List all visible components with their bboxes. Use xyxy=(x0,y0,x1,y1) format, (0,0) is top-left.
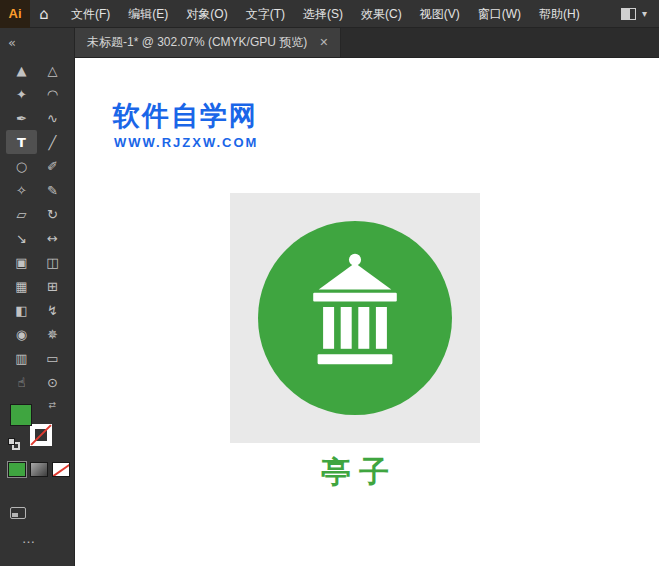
menu-bar: Ai ⌂ 文件(F) 编辑(E) 对象(O) 文字(T) 选择(S) 效果(C)… xyxy=(0,0,659,28)
site-url-text[interactable]: WWW.RJZXW.COM xyxy=(114,135,258,150)
eraser-tool[interactable]: ▱ xyxy=(6,202,37,226)
gradient-button[interactable] xyxy=(30,462,48,477)
chevron-down-icon: ▾ xyxy=(642,8,647,19)
default-fill-stroke-icon[interactable] xyxy=(8,438,20,450)
menu-help[interactable]: 帮助(H) xyxy=(530,0,589,28)
logo-circle[interactable] xyxy=(258,221,452,415)
pen-tool[interactable]: ✒ xyxy=(6,106,37,130)
menu-select[interactable]: 选择(S) xyxy=(294,0,352,28)
stroke-swatch[interactable] xyxy=(30,424,52,446)
artboard-canvas[interactable]: 软件自学网 WWW.RJZXW.COM xyxy=(75,58,659,566)
scale-tool[interactable]: ↘ xyxy=(6,226,37,250)
symbol-sprayer-tool[interactable]: ✵ xyxy=(37,322,68,346)
workspace-switcher[interactable]: ▾ xyxy=(609,8,659,20)
screen-mode-icon[interactable] xyxy=(10,507,26,519)
gradient-tool[interactable]: ◧ xyxy=(6,298,37,322)
app-logo[interactable]: Ai xyxy=(0,0,30,28)
ellipse-tool[interactable]: ○ xyxy=(6,154,37,178)
document-tab[interactable]: 未标题-1* @ 302.07% (CMYK/GPU 预览) ✕ xyxy=(75,28,341,57)
menu-view[interactable]: 视图(V) xyxy=(411,0,469,28)
blend-tool[interactable]: ◉ xyxy=(6,322,37,346)
width-tool[interactable]: ↔ xyxy=(37,226,68,250)
pavilion-icon xyxy=(294,252,416,384)
document-tab-bar: 未标题-1* @ 302.07% (CMYK/GPU 预览) ✕ xyxy=(75,28,659,58)
shape-builder-tool[interactable]: ◫ xyxy=(37,250,68,274)
artboard-tool[interactable]: ▭ xyxy=(37,346,68,370)
collapse-panel-button[interactable]: « xyxy=(0,28,74,58)
lasso-tool[interactable]: ◠ xyxy=(37,82,68,106)
zoom-tool[interactable]: ⊙ xyxy=(37,370,68,394)
caption-text[interactable]: 亭子 xyxy=(230,452,480,493)
menu-type[interactable]: 文字(T) xyxy=(237,0,294,28)
menu-effect[interactable]: 效果(C) xyxy=(352,0,411,28)
home-icon[interactable]: ⌂ xyxy=(30,0,58,28)
direct-selection-tool[interactable]: △ xyxy=(37,58,68,82)
free-transform-tool[interactable]: ▣ xyxy=(6,250,37,274)
mesh-tool[interactable]: ⊞ xyxy=(37,274,68,298)
color-button[interactable] xyxy=(8,462,26,477)
paintbrush-tool[interactable]: ✐ xyxy=(37,154,68,178)
site-title-text[interactable]: 软件自学网 xyxy=(113,98,258,134)
menu-file[interactable]: 文件(F) xyxy=(62,0,119,28)
perspective-grid-tool[interactable]: ▦ xyxy=(6,274,37,298)
rotate-tool[interactable]: ↻ xyxy=(37,202,68,226)
tools-grid: ▲ △ ✦ ◠ ✒ ∿ T ╱ ○ ✐ ✧ ✎ ▱ ↻ ↘ ↔ ▣ ◫ ▦ ⊞ xyxy=(0,58,74,394)
logo-tile[interactable] xyxy=(230,193,480,443)
menu-object[interactable]: 对象(O) xyxy=(177,0,236,28)
document-area: 未标题-1* @ 302.07% (CMYK/GPU 预览) ✕ 软件自学网 W… xyxy=(75,28,659,566)
column-graph-tool[interactable]: ▥ xyxy=(6,346,37,370)
curvature-tool[interactable]: ∿ xyxy=(37,106,68,130)
shaper-tool[interactable]: ✧ xyxy=(6,178,37,202)
hand-tool[interactable]: ☝ xyxy=(6,370,37,394)
main-menu: 文件(F) 编辑(E) 对象(O) 文字(T) 选择(S) 效果(C) 视图(V… xyxy=(62,0,589,28)
document-tab-title: 未标题-1* @ 302.07% (CMYK/GPU 预览) xyxy=(87,34,307,51)
eyedropper-tool[interactable]: ↯ xyxy=(37,298,68,322)
tools-panel: « ▲ △ ✦ ◠ ✒ ∿ T ╱ ○ ✐ ✧ ✎ ▱ ↻ ↘ ↔ ▣ ◫ ▦ xyxy=(0,28,75,566)
close-icon[interactable]: ✕ xyxy=(319,36,328,49)
pencil-tool[interactable]: ✎ xyxy=(37,178,68,202)
edit-toolbar-button[interactable]: … xyxy=(22,531,74,546)
line-segment-tool[interactable]: ╱ xyxy=(37,130,68,154)
magic-wand-tool[interactable]: ✦ xyxy=(6,82,37,106)
menu-window[interactable]: 窗口(W) xyxy=(469,0,530,28)
none-button[interactable] xyxy=(52,462,70,477)
fill-swatch[interactable] xyxy=(10,404,32,426)
menu-edit[interactable]: 编辑(E) xyxy=(119,0,177,28)
swap-fill-stroke-icon[interactable]: ⇄ xyxy=(48,400,56,410)
paint-mode-buttons xyxy=(8,462,74,477)
none-slash-icon xyxy=(30,424,51,445)
fill-stroke-control: ⇄ xyxy=(8,402,58,452)
type-tool[interactable]: T xyxy=(6,130,37,154)
illustrator-window: Ai ⌂ 文件(F) 编辑(E) 对象(O) 文字(T) 选择(S) 效果(C)… xyxy=(0,0,659,566)
workspace-icon xyxy=(621,8,636,20)
selection-tool[interactable]: ▲ xyxy=(6,58,37,82)
